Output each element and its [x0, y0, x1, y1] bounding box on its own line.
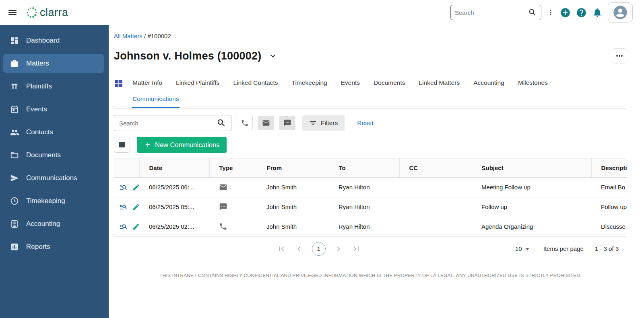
clarra-logo[interactable]: clarra [26, 6, 68, 19]
sidebar-item-accounting[interactable]: Accounting [3, 215, 104, 233]
global-search-input[interactable] [455, 9, 526, 16]
tab-accounting[interactable]: Accounting [473, 75, 505, 92]
global-search-button[interactable] [528, 8, 537, 17]
cell-cc [399, 197, 472, 217]
breadcrumb-all-matters-link[interactable]: All Matters [114, 33, 142, 39]
confidentiality-disclaimer: THIS INTRANET CONTAINS HIGHLY CONFIDENTI… [114, 273, 627, 278]
sidebar-item-label: Matters [26, 59, 49, 68]
filters-button[interactable]: Filters [302, 115, 345, 131]
tab-linked-matters[interactable]: Linked Matters [418, 75, 461, 92]
people-icon [10, 128, 19, 137]
first-page-icon [277, 244, 286, 254]
pencil-icon [132, 203, 139, 211]
col-to[interactable]: To [329, 158, 399, 177]
sidebar-item-label: Reports [26, 243, 50, 251]
edit-communication-button[interactable] [131, 222, 139, 232]
app-window: clarra [0, 0, 644, 318]
matter-more-options-button[interactable] [612, 48, 627, 64]
document-search-icon [119, 183, 128, 191]
col-subject[interactable]: Subject [472, 158, 591, 177]
edit-communication-button[interactable] [131, 202, 139, 212]
filter-sms-toggle[interactable] [279, 116, 295, 130]
clock-icon [10, 197, 19, 205]
search-icon [528, 8, 537, 17]
tab-linked-contacts[interactable]: Linked Contacts [232, 75, 279, 92]
hamburger-menu-button[interactable] [7, 7, 18, 18]
view-communication-button[interactable] [118, 182, 128, 192]
notifications-button[interactable] [592, 7, 603, 18]
more-horiz-icon [615, 51, 624, 61]
items-per-page-label: Items per page [543, 245, 584, 252]
tab-linked-plaintiffs[interactable]: Linked Plaintiffs [175, 75, 220, 92]
view-communication-button[interactable] [118, 222, 128, 232]
cell-subject: Meeting Follow up [472, 177, 591, 197]
matter-tabs: Matter Info Linked Plaintiffs Linked Con… [114, 75, 627, 109]
items-per-page-select[interactable]: 10 [515, 244, 532, 254]
communications-search [114, 115, 231, 131]
sidebar-item-contacts[interactable]: Contacts [3, 123, 104, 142]
matter-switcher-dropdown[interactable] [268, 51, 278, 61]
question-circle-icon [576, 7, 587, 18]
reset-filters-link[interactable]: Reset [357, 119, 374, 127]
breadcrumb-current: #100002 [147, 33, 171, 39]
first-page-button[interactable] [277, 244, 286, 254]
sidebar-item-reports[interactable]: Reports [3, 238, 104, 256]
table-row: 06/25/2025 06:... John Smith Ryan Hilton… [114, 177, 627, 197]
top-bar: clarra [0, 0, 644, 25]
clarra-logo-text: clarra [40, 6, 68, 19]
sidebar-item-label: Documents [26, 151, 61, 159]
col-type[interactable]: Type [209, 158, 257, 177]
sidebar-item-label: Events [26, 105, 47, 113]
filter-phone-toggle[interactable] [237, 116, 253, 130]
add-new-button[interactable] [560, 7, 571, 18]
sidebar-item-communications[interactable]: Communications [3, 169, 104, 187]
search-icon [217, 118, 226, 128]
table-row: 06/25/2025 05:... John Smith Ryan Hilton… [114, 197, 627, 217]
sidebar-item-timekeeping[interactable]: Timekeeping [3, 192, 104, 210]
tab-timekeeping[interactable]: Timekeeping [291, 75, 328, 92]
sidebar-item-events[interactable]: Events [3, 100, 104, 119]
cell-from: John Smith [257, 217, 329, 236]
column-chooser-button[interactable] [114, 137, 130, 153]
sidebar-item-label: Accounting [26, 220, 60, 228]
chevron-left-icon [294, 244, 304, 254]
phone-icon [241, 119, 249, 127]
sidebar-item-matters[interactable]: Matters [3, 54, 104, 73]
tab-documents[interactable]: Documents [373, 75, 406, 92]
previous-page-button[interactable] [294, 244, 304, 254]
col-cc[interactable]: CC [399, 158, 472, 177]
bar-chart-icon [10, 242, 19, 251]
email-icon [219, 183, 254, 191]
sms-icon [219, 203, 254, 211]
cell-description: Follow up [591, 197, 627, 217]
cell-from: John Smith [257, 177, 329, 197]
help-button[interactable] [576, 7, 587, 18]
sidebar-item-label: Timekeeping [26, 197, 65, 205]
tab-grid-icon[interactable] [114, 79, 124, 88]
tab-events[interactable]: Events [340, 75, 361, 92]
col-date[interactable]: Date [139, 158, 209, 177]
more-options-kebab-button[interactable] [547, 8, 555, 16]
bell-icon [592, 7, 603, 18]
edit-communication-button[interactable] [131, 183, 139, 192]
user-profile-button[interactable] [608, 2, 633, 23]
communications-search-input[interactable] [119, 120, 217, 127]
avatar-icon [612, 4, 628, 21]
col-from[interactable]: From [257, 158, 329, 177]
tab-communications[interactable]: Communications [132, 92, 180, 108]
sidebar-item-plaintiffs[interactable]: Plaintiffs [3, 77, 104, 96]
tab-milestones[interactable]: Milestones [517, 75, 549, 92]
col-description[interactable]: Description [591, 158, 627, 177]
view-communication-button[interactable] [118, 202, 128, 212]
phone-icon [219, 222, 254, 231]
tab-matter-info[interactable]: Matter Info [132, 75, 163, 92]
filter-email-toggle[interactable] [258, 116, 274, 130]
sidebar-item-documents[interactable]: Documents [3, 146, 104, 164]
sidebar-item-dashboard[interactable]: Dashboard [3, 31, 104, 50]
next-page-button[interactable] [334, 244, 343, 254]
communications-search-button[interactable] [217, 118, 226, 128]
cell-type [209, 197, 257, 217]
last-page-button[interactable] [351, 244, 361, 254]
new-communications-button[interactable]: New Communications [137, 137, 227, 153]
page-number-button[interactable]: 1 [312, 242, 326, 256]
